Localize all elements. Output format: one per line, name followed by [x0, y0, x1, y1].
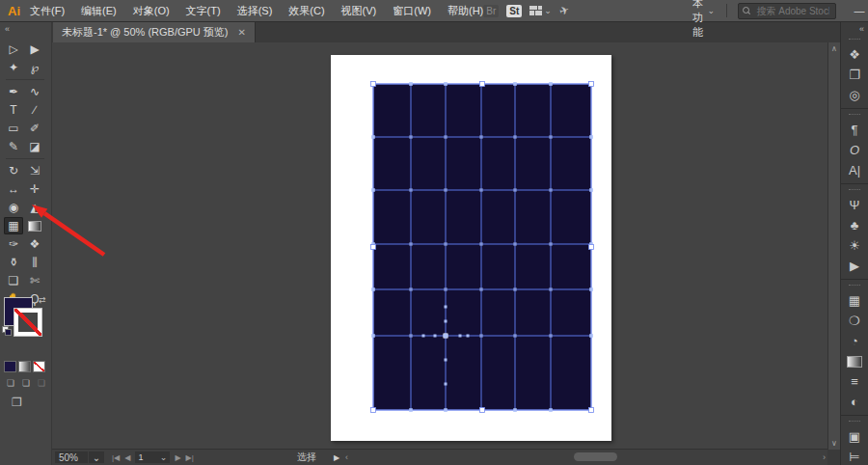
first-artboard-button[interactable]: |◀ [112, 453, 120, 462]
color-guide-panel-icon[interactable]: ◔ [841, 331, 868, 351]
prev-artboard-button[interactable]: ◀ [124, 453, 130, 462]
paragraph-panel-icon[interactable]: ¶ [841, 120, 868, 140]
menu-item-1[interactable]: 编辑(E) [81, 4, 117, 18]
stroke-swatch[interactable] [14, 308, 42, 337]
chevron-down-icon: ⌄ [544, 6, 552, 15]
pen-tool[interactable]: ✒ [4, 83, 23, 100]
eraser-tool[interactable]: ◪ [25, 138, 44, 155]
menu-item-8[interactable]: 帮助(H) [448, 4, 483, 18]
draw-mode-2-button[interactable]: ❏ [35, 377, 48, 389]
document-tab[interactable]: 未标题-1* @ 50% (RGB/GPU 预览) ✕ [53, 21, 256, 42]
line-segment-tool[interactable]: ∕ [25, 101, 44, 119]
gradient-panel-icon[interactable] [841, 351, 868, 371]
swatches-panel-icon[interactable]: ▦ [841, 290, 868, 311]
mesh-tool[interactable]: ▦ [4, 217, 23, 234]
gradient-button[interactable] [18, 361, 31, 372]
swap-fill-stroke-icon[interactable]: ⇄ [39, 295, 46, 305]
brushes-panel-icon[interactable]: Ψ [841, 195, 868, 215]
menu-item-0[interactable]: 文件(F) [30, 4, 65, 18]
canvas[interactable] [51, 42, 827, 450]
horizontal-scrollbar[interactable]: ‹ › [345, 451, 826, 464]
horizontal-scroll-thumb[interactable] [574, 452, 617, 461]
blend-tool[interactable]: ❖ [25, 235, 44, 253]
scroll-down-icon[interactable]: ∨ [831, 439, 837, 448]
bridge-badge[interactable]: Br [483, 5, 499, 17]
zoom-level[interactable]: 50% [55, 451, 88, 463]
scroll-up-icon[interactable]: ∧ [831, 44, 837, 53]
default-fill-stroke-icon[interactable] [2, 326, 12, 335]
scroll-right-icon[interactable]: › [823, 452, 826, 462]
color-panel-icon[interactable]: ❍ [841, 311, 868, 331]
menu-item-6[interactable]: 视图(V) [341, 4, 377, 18]
collapse-tools-icon[interactable]: « [5, 24, 10, 34]
panel-group-grip [849, 285, 860, 287]
rotate-tool[interactable]: ↻ [4, 162, 23, 179]
pencil-tool[interactable]: ✎ [4, 138, 23, 155]
screen-mode-button[interactable]: ❐ [12, 396, 22, 409]
asset-export-panel-icon[interactable]: ◎ [841, 85, 868, 105]
minimize-button[interactable]: — [854, 5, 864, 17]
menu-item-4[interactable]: 选择(S) [237, 4, 273, 18]
rectangle-tool[interactable]: ▭ [4, 120, 23, 137]
symbol-sprayer-tool[interactable]: ⚱ [4, 254, 23, 271]
symbols-panel-icon[interactable]: ♣ [841, 215, 868, 235]
last-artboard-button[interactable]: ▶| [186, 453, 194, 462]
draw-mode-1-button[interactable]: ❏ [19, 377, 33, 389]
artboard-tool[interactable]: ❏ [4, 272, 23, 289]
menu-item-7[interactable]: 窗口(W) [393, 4, 431, 18]
transparency-panel-icon[interactable]: ◐ [841, 392, 868, 412]
tab-close-icon[interactable]: ✕ [238, 27, 246, 38]
vertical-scroll-track[interactable]: ∧ ∨ [827, 42, 841, 450]
arrange-documents-button[interactable]: ⌄ [529, 6, 552, 15]
width-tool[interactable]: ↔ [4, 180, 23, 198]
magic-wand-tool[interactable]: ✦ [4, 59, 23, 76]
vertical-scrollbar[interactable]: ∧ ∨ [827, 21, 841, 465]
direct-selection-tool[interactable]: ▶ [25, 41, 44, 58]
opentype-panel-icon[interactable]: O [841, 140, 868, 160]
slice-tool[interactable]: ✄ [25, 272, 44, 289]
menu-item-3[interactable]: 文字(T) [186, 4, 221, 18]
curvature-tool[interactable]: ∿ [25, 83, 44, 100]
arrange-documents-icon [529, 6, 542, 15]
eyedropper-tool[interactable]: ✑ [4, 235, 23, 253]
actions-panel-icon[interactable]: ▶ [841, 256, 868, 276]
stroke-panel-icon[interactable]: ≡ [841, 371, 868, 392]
menu-item-5[interactable]: 效果(C) [288, 4, 324, 18]
align-panel-icon[interactable]: ⊨ [841, 447, 868, 465]
layers-panel-icon[interactable]: ❖ [841, 44, 868, 65]
status-bar: 50% ⌄ |◀ ◀ 1 ⌄ ▶ ▶| 选择 ▶ ‹ › [51, 449, 827, 465]
free-transform-tool[interactable]: ✛ [25, 180, 44, 198]
shape-builder-tool[interactable]: ◉ [4, 199, 23, 216]
panel-group-grip [849, 189, 860, 192]
artboard-number-field[interactable]: 1 ⌄ [135, 451, 170, 463]
draw-mode-0-button[interactable]: ❏ [4, 377, 17, 389]
zoom-dropdown-icon[interactable]: ⌄ [89, 451, 104, 463]
perspective-grid-tool[interactable]: ◭ [25, 199, 44, 216]
selection-tool[interactable]: ▷ [4, 41, 23, 58]
divider [6, 79, 44, 80]
next-artboard-button[interactable]: ▶ [175, 453, 180, 462]
menu-item-2[interactable]: 对象(O) [133, 4, 170, 18]
scroll-left-icon[interactable]: ‹ [345, 452, 348, 462]
type-tool[interactable]: T [4, 101, 23, 119]
stock-badge[interactable]: St [506, 5, 522, 17]
share-icon[interactable]: ✈ [557, 3, 571, 19]
paintbrush-tool[interactable]: ✐ [25, 120, 44, 137]
transform-panel-icon[interactable]: ▣ [841, 426, 868, 447]
none-button[interactable] [33, 361, 45, 372]
column-graph-tool[interactable]: ⫼ [25, 254, 44, 271]
color-button[interactable] [4, 361, 16, 372]
gradient-mesh-object[interactable] [368, 79, 596, 415]
workspace-switcher[interactable]: 基本功能 ⌄ [692, 0, 715, 40]
lasso-tool[interactable]: ℘ [25, 59, 44, 76]
panel-icon-list: ❖❐◎¶OA|Ψ♣☀▶▦❍◔≡◐▣⊨⧉ [841, 37, 868, 465]
stock-search[interactable] [738, 3, 836, 19]
gradient-tool[interactable] [25, 217, 44, 234]
status-flyout-icon[interactable]: ▶ [334, 453, 339, 462]
scale-tool[interactable]: ⇲ [25, 162, 44, 179]
appearance-panel-icon[interactable]: ☀ [841, 235, 868, 256]
character-panel-icon[interactable]: A| [841, 160, 868, 180]
artboards-panel-icon[interactable]: ❐ [841, 65, 868, 85]
search-input[interactable] [754, 5, 831, 17]
tool-grid: ▷▶✦℘✒∿T∕▭✐✎◪↻⇲↔✛◉◭▦✑❖⚱⫼❏✄✋Ϙ [4, 41, 46, 309]
